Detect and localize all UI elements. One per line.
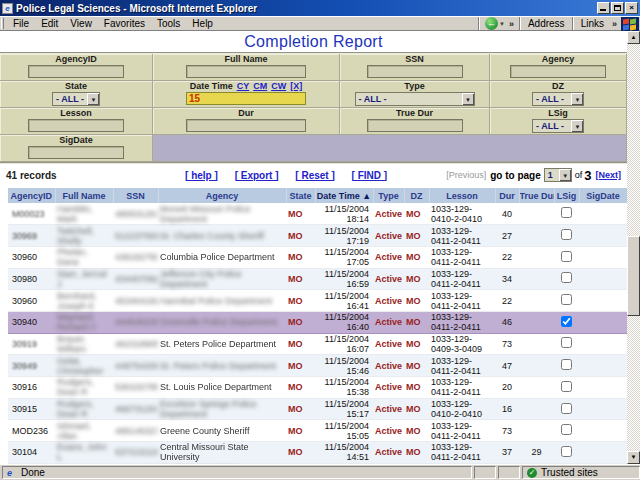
menu-favorites[interactable]: Favorites xyxy=(98,17,151,30)
state-select[interactable]: - ALL -▼ xyxy=(52,92,100,106)
table-row[interactable]: 30916Rodgers, Dean R530102789St. Louis P… xyxy=(8,377,627,399)
cell-lsig xyxy=(554,420,579,442)
dur-input[interactable] xyxy=(186,119,306,132)
lsig-checkbox[interactable] xyxy=(561,251,572,262)
lsig-checkbox[interactable] xyxy=(561,272,572,283)
cell-sigdate xyxy=(579,398,627,420)
minimize-button[interactable] xyxy=(597,2,610,14)
truedur-input[interactable] xyxy=(367,119,463,132)
column-header-full-name[interactable]: Full Name xyxy=(55,188,113,203)
help-link[interactable]: [ help ] xyxy=(185,170,218,181)
lsig-checkbox[interactable] xyxy=(561,403,572,414)
page-select[interactable]: 1▼ xyxy=(544,168,572,182)
menu-tools[interactable]: Tools xyxy=(151,17,186,30)
cell-sigdate xyxy=(579,225,627,247)
table-row[interactable]: 30940Maynard, Richard J444546230Greenvil… xyxy=(8,311,627,333)
cell-type: Active xyxy=(373,333,404,355)
menu-file[interactable]: File xyxy=(7,17,35,30)
datetime-cm-link[interactable]: CM xyxy=(253,81,267,91)
table-row[interactable]: 30960Phelan, Dana436182750Columbia Polic… xyxy=(8,246,627,268)
address-toolbar-label[interactable]: Address xyxy=(523,18,570,29)
fullname-input[interactable] xyxy=(186,65,306,78)
cell-agencyid: 30919 xyxy=(8,333,55,355)
table-row[interactable]: M00023Hamblin, Mark480531267Monett Misso… xyxy=(8,203,627,225)
scrollbar-thumb[interactable] xyxy=(627,236,640,316)
restore-button[interactable] xyxy=(611,2,624,14)
column-header-agency[interactable]: Agency xyxy=(158,188,286,203)
column-header-date-time[interactable]: Date Time ▲ xyxy=(315,188,373,203)
vertical-scrollbar[interactable]: ▲ ▼ xyxy=(627,31,640,464)
lsig-checkbox[interactable] xyxy=(561,207,572,218)
type-select[interactable]: - ALL -▼ xyxy=(355,92,475,106)
cell-datetime: 11/15/200416:59 xyxy=(315,268,373,290)
lsig-checkbox[interactable] xyxy=(561,294,572,305)
links-toolbar-label[interactable]: Links xyxy=(576,18,609,29)
lsig-select[interactable]: - ALL -▼ xyxy=(532,119,584,133)
lsig-checkbox[interactable] xyxy=(561,381,572,392)
back-button[interactable]: ← xyxy=(485,17,498,30)
table-row[interactable]: MOD236Ishmael, Allan495145327Greene Coun… xyxy=(8,420,627,442)
cell-truedur xyxy=(519,225,554,247)
table-row[interactable]: 30960Bernhard, Joseph K453404182Hannibal… xyxy=(8,290,627,312)
column-header-ssn[interactable]: SSN xyxy=(113,188,158,203)
menu-view[interactable]: View xyxy=(64,17,98,30)
lsig-checkbox[interactable] xyxy=(561,359,572,370)
find-link[interactable]: [ FIND ] xyxy=(352,170,388,181)
datetime-clear-link[interactable]: [X] xyxy=(290,81,302,91)
column-header-type[interactable]: Type xyxy=(373,188,404,203)
scroll-down-icon[interactable]: ▼ xyxy=(627,451,640,464)
table-row[interactable]: 30919Brauer, William462318905St. Peters … xyxy=(8,333,627,355)
close-button[interactable]: × xyxy=(625,2,638,14)
toolbar-overflow-icon[interactable]: » xyxy=(506,19,517,29)
toolbar-separator xyxy=(572,17,574,30)
column-header-lsig[interactable]: LSig xyxy=(554,188,579,203)
menu-edit[interactable]: Edit xyxy=(35,17,64,30)
agencyid-input[interactable] xyxy=(28,65,124,78)
reset-link[interactable]: [ Reset ] xyxy=(295,170,334,181)
table-row[interactable]: 30915Rodgers, Dean R466731204Excelsior S… xyxy=(8,398,627,420)
export-link[interactable]: [ Export ] xyxy=(235,170,279,181)
menu-help[interactable]: Help xyxy=(186,17,219,30)
cell-agency: St. Peters Police Department xyxy=(158,355,286,377)
next-link[interactable]: [Next] xyxy=(595,170,621,180)
table-row[interactable]: 30949Gelat, Christopher448754208St. Pete… xyxy=(8,355,627,377)
datetime-cw-link[interactable]: CW xyxy=(271,81,286,91)
filter-dz: DZ - ALL -▼ xyxy=(490,81,627,108)
table-row[interactable]: 30980Starr, Jerrod J434407092Jefferson C… xyxy=(8,268,627,290)
agency-input[interactable] xyxy=(510,65,606,78)
dz-select[interactable]: - ALL -▼ xyxy=(532,92,584,106)
ssn-input[interactable] xyxy=(367,65,463,78)
cell-truedur xyxy=(519,420,554,442)
cell-fullname: Bernhard, Joseph K xyxy=(55,290,113,312)
back-dropdown-icon[interactable]: ▼ xyxy=(498,21,506,27)
lsig-checkbox[interactable] xyxy=(561,424,572,435)
cell-dz: MO xyxy=(404,290,429,312)
column-header-lesson[interactable]: Lesson xyxy=(429,188,495,203)
scroll-up-icon[interactable]: ▲ xyxy=(627,31,640,44)
table-row[interactable]: 30969Twitchell, Shelly512237591St. Charl… xyxy=(8,225,627,247)
cell-state: MO xyxy=(286,398,315,420)
column-header-true-dur[interactable]: True Dur xyxy=(519,188,554,203)
column-header-dz[interactable]: DZ xyxy=(404,188,429,203)
cell-dur: 20 xyxy=(495,377,519,399)
datetime-input[interactable] xyxy=(186,92,306,105)
column-header-dur[interactable]: Dur xyxy=(495,188,519,203)
lsig-checkbox[interactable] xyxy=(561,229,572,240)
column-header-sigdate[interactable]: SigDate xyxy=(579,188,627,203)
page-title: Completion Report xyxy=(0,31,627,52)
goto-page-label: go to page xyxy=(490,170,541,181)
cell-dz: MO xyxy=(404,398,429,420)
column-header-agencyid[interactable]: AgencyID xyxy=(8,188,55,203)
datetime-cy-link[interactable]: CY xyxy=(237,81,250,91)
cell-agencyid: 30980 xyxy=(8,268,55,290)
lsig-checkbox[interactable] xyxy=(561,446,572,457)
lsig-checkbox[interactable] xyxy=(561,316,572,327)
links-overflow-icon[interactable]: » xyxy=(609,19,620,29)
column-header-state[interactable]: State xyxy=(286,188,315,203)
lsig-checkbox[interactable] xyxy=(561,337,572,348)
lesson-input[interactable] xyxy=(28,119,124,132)
cell-lsig xyxy=(554,290,579,312)
sigdate-input[interactable] xyxy=(28,146,124,159)
table-row[interactable]: 30104Evans, John L537215118Central Misso… xyxy=(8,442,627,464)
cell-type: Active xyxy=(373,420,404,442)
